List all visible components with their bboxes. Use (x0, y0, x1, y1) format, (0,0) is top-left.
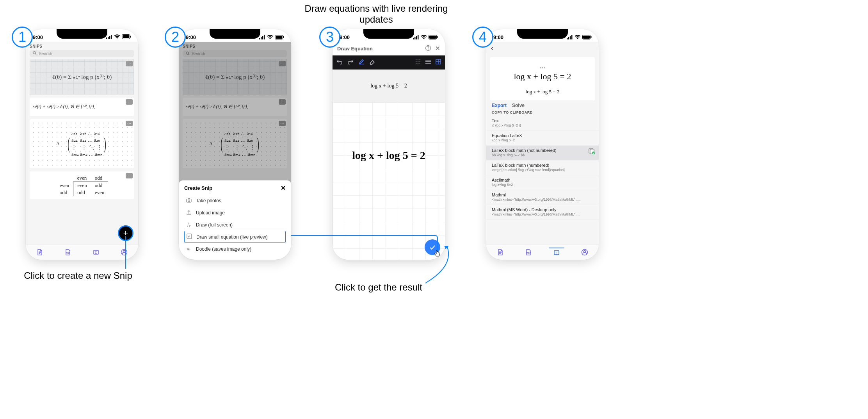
m: … (89, 151, 94, 157)
m: ⋱ (89, 144, 94, 150)
svg-rect-3 (111, 35, 112, 39)
help-icon[interactable] (425, 45, 431, 52)
chevron-left-icon: ‹ (491, 44, 493, 52)
svg-rect-28 (416, 36, 417, 39)
snip-card-2[interactable]: ⋯ sᵢⁿ(t) + sⱼⁿ(t) ≥ δᵢ(t), ∀t ∈ [tᵢ⁰, tⱼ… (30, 98, 134, 116)
back-button[interactable]: ‹ (486, 42, 599, 55)
snip-image-1: ℓ(θ) = Σᵢ₌₁ⁿ log p (x⁽ⁱ⁾; θ) (30, 59, 134, 94)
copy-item[interactable]: Mathml<math xmlns="http://www.w3.org/199… (486, 190, 599, 205)
sheet-item-eq[interactable]: x²Draw small equation (live preview) (184, 231, 286, 243)
more-icon[interactable]: ⋯ (126, 99, 133, 105)
copy-item-sub: log x+log 5=2 (492, 183, 582, 187)
fx-icon: fx (186, 222, 192, 228)
more-icon[interactable]: ⋯ (126, 173, 133, 178)
undo-icon[interactable] (336, 59, 343, 66)
more-icon[interactable]: ⋯ (494, 64, 591, 71)
tab-doc[interactable] (493, 249, 508, 256)
svg-point-41 (416, 63, 416, 64)
copy-item-sub: \log x+\log 5=2 (492, 138, 582, 142)
td: even (91, 189, 108, 196)
equation-preview: log x + log 5 = 2 (333, 70, 445, 102)
pen-icon[interactable] (358, 59, 365, 66)
tab-doc[interactable] (32, 249, 48, 256)
tab-solve[interactable]: Solve (512, 103, 525, 108)
eraser-icon[interactable] (369, 59, 375, 66)
snip-card-3[interactable]: ⋯ A = ( a₁₁ a₁₂ … a₁ₙ a₂₁ a₂₂ … a₂ₙ ⋮ ⋮ … (30, 119, 134, 168)
tab-sigma[interactable]: Σ (88, 249, 104, 256)
notch (210, 29, 260, 39)
caption-step1: Click to create a new Snip (0, 270, 156, 281)
close-icon[interactable]: ✕ (281, 184, 286, 192)
m: a₁₁ (71, 130, 78, 136)
copy-item-title: Mathml (MS Word) - Desktop only (492, 207, 593, 212)
grid-lines-icon[interactable] (425, 59, 431, 66)
copy-item-title: Equation LaTeX (492, 133, 593, 138)
sheet-item-label: Draw small equation (live preview) (196, 234, 268, 240)
more-icon[interactable]: ⋯ (126, 61, 133, 66)
handwritten-equation: log x + log 5 = 2 (333, 149, 445, 162)
svg-rect-19 (283, 36, 284, 38)
tab-bar: PDF Σ (486, 244, 599, 260)
tab-sigma[interactable]: Σ (549, 248, 564, 256)
svg-rect-55 (583, 36, 590, 39)
copy-item[interactable]: Text\( \log x+\log 5=2 \) (486, 116, 599, 131)
caption-step3: Click to get the result (301, 282, 457, 293)
grid-dots-icon[interactable] (415, 59, 421, 66)
copy-item[interactable]: LaTeX block math (numbered)\begin{equati… (486, 160, 599, 175)
redo-icon[interactable] (347, 59, 354, 66)
tab-pdf[interactable]: PDF (521, 249, 536, 256)
search-icon (33, 51, 37, 56)
copy-item[interactable]: LaTeX block math (not numbered)$$ \log x… (486, 146, 599, 160)
svg-rect-52 (570, 36, 571, 39)
tab-account[interactable] (577, 249, 592, 256)
status-icons (259, 35, 284, 39)
copy-item-title: Mathml (492, 193, 593, 197)
svg-rect-22 (187, 199, 191, 202)
m: aₘ₁ (71, 151, 79, 157)
battery-icon (122, 34, 131, 40)
status-time: 9:00 (340, 34, 350, 40)
phone-1: 9:00 SNIPS Search (26, 29, 138, 260)
th: even (73, 175, 91, 182)
tab-export[interactable]: Export (492, 103, 507, 108)
close-icon[interactable]: ✕ (435, 45, 440, 52)
sheet-item-label: Doodle (saves image only) (196, 246, 251, 252)
snip-card-4[interactable]: ⋯ evenodd evenevenodd oddoddeven (30, 171, 134, 199)
copy-item-sub: <math xmlns="http://www.w3.org/1998/Math… (492, 212, 582, 216)
wifi-icon (114, 34, 120, 40)
drawing-canvas[interactable]: log x + log 5 = 2 (333, 102, 445, 260)
sheet-item-fx[interactable]: fxDraw (full screen) (184, 219, 286, 231)
search-input[interactable]: Search (30, 50, 134, 57)
svg-rect-2 (109, 36, 110, 39)
status-time: 9:00 (186, 34, 196, 40)
svg-text:Σ: Σ (95, 251, 97, 255)
snip-card-1[interactable]: ⋯ ℓ(θ) = Σᵢ₌₁ⁿ log p (x⁽ⁱ⁾; θ) (30, 59, 134, 94)
result-big: log x + log 5 = 2 (494, 71, 591, 82)
sheet-item-scribble[interactable]: Doodle (saves image only) (184, 243, 286, 255)
more-icon[interactable]: ⋯ (126, 121, 133, 126)
copy-item[interactable]: Equation LaTeX\log x+\log 5=2 (486, 131, 599, 146)
status-time: 9:00 (33, 34, 43, 40)
svg-rect-14 (261, 37, 262, 39)
copy-item-title: LaTeX block math (numbered) (492, 163, 593, 168)
grid-squares-icon[interactable] (436, 59, 441, 66)
tab-pdf[interactable]: PDF (60, 249, 76, 256)
sheet-item-upload[interactable]: Upload image (184, 207, 286, 219)
tab-account[interactable] (116, 249, 132, 256)
svg-rect-56 (591, 36, 592, 38)
copy-item[interactable]: Asciimathlog x+log 5=2 (486, 175, 599, 190)
copy-item-title: Text (492, 118, 593, 123)
create-snip-fab[interactable]: + (118, 225, 133, 241)
step-badge-3: 3 (319, 27, 340, 48)
caption-top: Draw equations with live rendering updat… (298, 3, 454, 25)
scribble-icon (186, 246, 192, 252)
sheet-item-camera[interactable]: Take photos (184, 195, 286, 207)
copy-item-sub: $$ \log x+\log 5=2 $$ (492, 153, 582, 157)
even-odd-table: evenodd evenevenodd oddoddeven (56, 175, 108, 196)
snip-list[interactable]: ⋯ ℓ(θ) = Σᵢ₌₁ⁿ log p (x⁽ⁱ⁾; θ) ⋯ sᵢⁿ(t) … (26, 59, 138, 244)
svg-rect-32 (437, 36, 438, 38)
status-icons (106, 34, 131, 40)
copy-item[interactable]: Mathml (MS Word) - Desktop only<math xml… (486, 205, 599, 220)
svg-rect-13 (259, 38, 260, 39)
create-snip-sheet: Create Snip ✕ Take photosUpload imagefxD… (179, 180, 291, 260)
